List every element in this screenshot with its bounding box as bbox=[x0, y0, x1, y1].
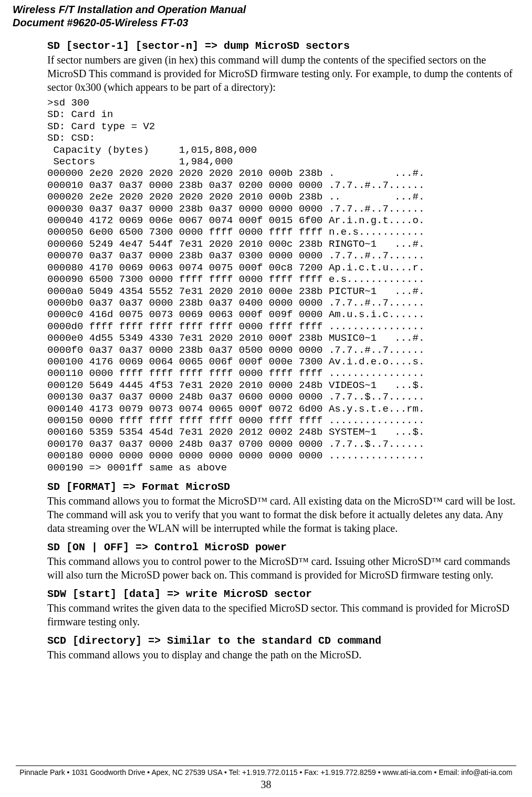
heading-sd-format: SD [FORMAT] => Format MicroSD bbox=[47, 481, 519, 493]
footer-rule bbox=[16, 765, 516, 766]
para-sdw: This command writes the given data to th… bbox=[47, 601, 519, 628]
doc-footer: Pinnacle Park • 1031 Goodworth Drive • A… bbox=[0, 765, 532, 792]
heading-sd-dump: SD [sector-1] [sector-n] => dump MicroSD… bbox=[47, 40, 519, 52]
doc-header: Wireless F/T Installation and Operation … bbox=[0, 0, 532, 29]
para-sd-dump: If sector numbers are given (in hex) thi… bbox=[47, 53, 519, 94]
doc-title-line1: Wireless F/T Installation and Operation … bbox=[13, 3, 532, 16]
para-scd: This command allows you to display and c… bbox=[47, 648, 519, 662]
heading-sdw: SDW [start] [data] => write MicroSD sect… bbox=[47, 588, 519, 600]
doc-title-line2: Document #9620-05-Wireless FT-03 bbox=[13, 16, 532, 29]
para-sd-power: This command allows you to control power… bbox=[47, 554, 519, 582]
hex-dump: >sd 300 SD: Card in SD: Card type = V2 S… bbox=[47, 97, 519, 474]
heading-scd: SCD [directory] => Similar to the standa… bbox=[47, 635, 519, 647]
footer-contact: Pinnacle Park • 1031 Goodworth Drive • A… bbox=[16, 768, 516, 778]
heading-sd-power: SD [ON | OFF] => Control MicroSD power bbox=[47, 541, 519, 553]
footer-pageno: 38 bbox=[16, 778, 516, 792]
doc-body: SD [sector-1] [sector-n] => dump MicroSD… bbox=[0, 29, 532, 662]
para-sd-format: This command allows you to format the Mi… bbox=[47, 494, 519, 535]
